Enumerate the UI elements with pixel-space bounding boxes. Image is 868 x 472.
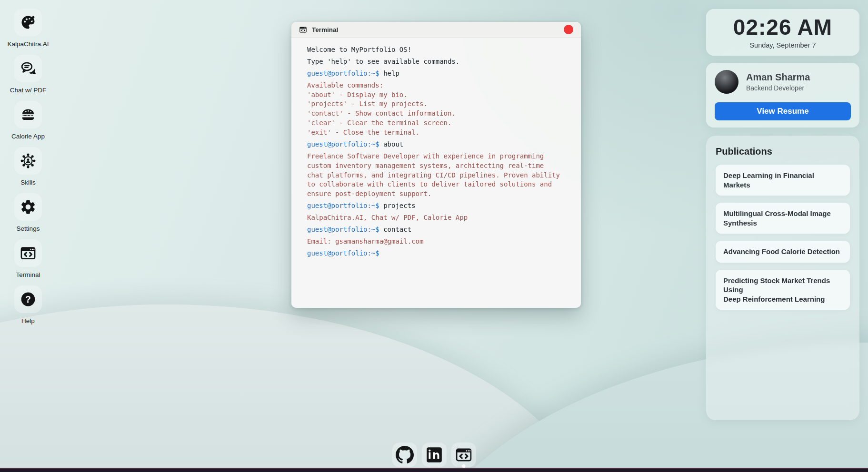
taskbar-strip: [0, 468, 868, 472]
close-button[interactable]: [564, 25, 573, 34]
app-settings[interactable]: Settings: [9, 193, 48, 234]
app-icon-box: [14, 101, 42, 128]
profile-card: Aman Sharma Backend Developer View Resum…: [706, 63, 859, 128]
gear-icon: [20, 198, 37, 216]
wallpaper-shape: [0, 305, 600, 472]
app-label: Settings: [17, 225, 40, 232]
terminal-prompt: guest@portfolio:~$: [307, 69, 379, 77]
clock-time: 02:26 AM: [733, 16, 832, 38]
app-help[interactable]: ?Help: [9, 285, 48, 326]
desktop-app-grid: KalpaChitra.AIChat w/ PDFCalorie AppSkil…: [9, 9, 48, 332]
terminal-line: guest@portfolio:~$ projects: [307, 201, 565, 211]
app-kalpachitra-ai[interactable]: KalpaChitra.AI: [9, 9, 48, 49]
clock-date: Sunday, September 7: [749, 41, 816, 49]
terminal-prompt: guest@portfolio:~$: [307, 249, 379, 257]
terminal-line: Email: gsamansharma@gmail.com: [307, 237, 565, 246]
app-label: Skills: [20, 179, 36, 186]
app-icon-box: ?: [14, 285, 42, 313]
dock: [392, 442, 476, 467]
terminal-prompt: guest@portfolio:~$: [307, 140, 379, 148]
skills-network-icon: [20, 152, 37, 169]
app-icon-box: [14, 147, 42, 175]
terminal-line: Welcome to MyPortfolio OS!: [307, 45, 565, 55]
window-title: Terminal: [312, 26, 338, 33]
terminal-line: guest@portfolio:~$ contact: [307, 225, 565, 235]
terminal-line: Type 'help' to see available commands.: [307, 57, 565, 67]
publications-list: Deep Learning in Financial MarketsMultil…: [716, 165, 850, 310]
terminal-line: guest@portfolio:~$: [307, 249, 565, 258]
terminal-icon: [299, 26, 307, 34]
terminal-line: KalpaChitra.AI, Chat w/ PDF, Calorie App: [307, 213, 565, 223]
terminal-line: Available commands: 'about' - Display my…: [307, 81, 565, 138]
help-icon: ?: [20, 291, 37, 308]
svg-text:?: ?: [25, 294, 31, 305]
palette-icon: [20, 14, 37, 31]
publications-heading: Publications: [716, 146, 850, 157]
terminal-icon: [20, 245, 37, 262]
active-indicator: [462, 464, 465, 468]
terminal-prompt: guest@portfolio:~$: [307, 202, 379, 209]
github-icon: [396, 446, 414, 464]
publication-item[interactable]: Advancing Food Calorie Detection: [716, 241, 850, 263]
app-label: KalpaChitra.AI: [7, 40, 49, 48]
terminal-line: Freelance Software Developer with experi…: [307, 152, 565, 199]
app-icon-box: [14, 9, 42, 36]
terminal-command: contact: [379, 226, 411, 233]
app-skills[interactable]: Skills: [9, 147, 48, 188]
app-icon-box: [14, 193, 42, 221]
terminal-window: Terminal Welcome to MyPortfolio OS!Type …: [291, 22, 581, 308]
view-resume-button[interactable]: View Resume: [715, 102, 851, 120]
terminal-command: about: [379, 140, 404, 148]
terminal-titlebar[interactable]: Terminal: [291, 22, 581, 38]
publications-panel: Publications Deep Learning in Financial …: [706, 136, 859, 420]
app-label: Calorie App: [11, 133, 45, 140]
terminal-command: projects: [379, 202, 416, 209]
dock-terminal[interactable]: [451, 442, 476, 467]
app-icon-box: [14, 239, 42, 267]
app-label: Chat w/ PDF: [10, 87, 47, 94]
profile-role: Backend Developer: [746, 84, 810, 92]
publication-item[interactable]: Deep Learning in Financial Markets: [716, 165, 850, 196]
profile-name: Aman Sharma: [746, 72, 810, 83]
app-label: Terminal: [16, 271, 40, 278]
app-terminal[interactable]: Terminal: [9, 239, 48, 280]
app-calorie-app[interactable]: Calorie App: [9, 101, 48, 142]
publication-item[interactable]: Multilingual Cross-Modal Image Synthesis: [716, 203, 850, 234]
app-icon-box: [14, 55, 42, 82]
avatar: [715, 70, 738, 94]
terminal-line: guest@portfolio:~$ about: [307, 140, 565, 149]
terminal-command: help: [379, 69, 399, 77]
clock-widget: 02:26 AM Sunday, September 7: [706, 9, 859, 56]
terminal-icon: [455, 446, 473, 464]
publication-item[interactable]: Predicting Stock Market Trends Using Dee…: [716, 270, 850, 310]
terminal-prompt: guest@portfolio:~$: [307, 226, 379, 233]
linkedin-icon: [425, 446, 443, 464]
dock-github[interactable]: [392, 442, 417, 467]
terminal-line: guest@portfolio:~$ help: [307, 69, 565, 79]
app-chat-w-pdf[interactable]: Chat w/ PDF: [9, 55, 48, 96]
chat-icon: [20, 60, 37, 77]
burger-icon: [20, 106, 37, 123]
app-label: Help: [21, 317, 35, 324]
dock-linkedin[interactable]: [422, 442, 447, 467]
terminal-body[interactable]: Welcome to MyPortfolio OS!Type 'help' to…: [291, 38, 581, 258]
